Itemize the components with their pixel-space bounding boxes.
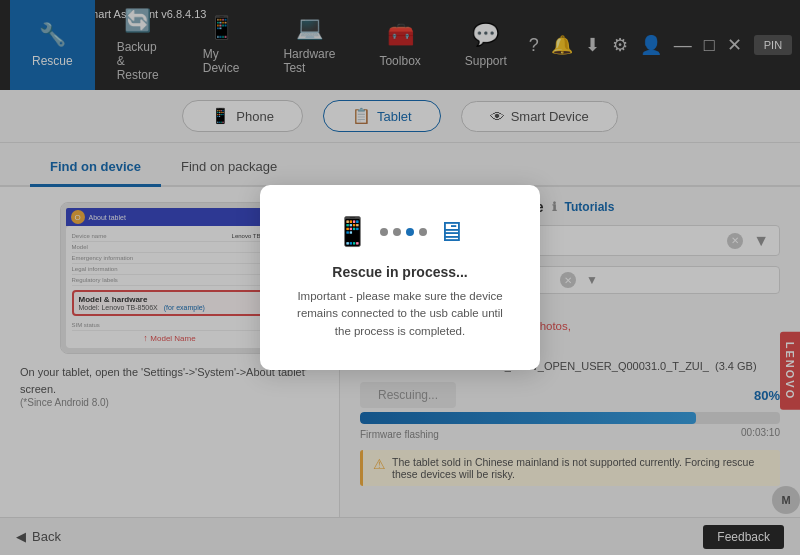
modal-overlay: 📱 🖥 Rescue in process... Important - ple…	[0, 0, 800, 555]
modal-dot-4	[419, 228, 427, 236]
modal-dot-3	[406, 228, 414, 236]
modal-phone-icon: 📱	[335, 215, 370, 248]
rescue-modal: 📱 🖥 Rescue in process... Important - ple…	[260, 185, 540, 370]
modal-dot-1	[380, 228, 388, 236]
modal-dot-2	[393, 228, 401, 236]
modal-animation: 📱 🖥	[295, 215, 505, 248]
modal-screen-icon: 🖥	[437, 215, 465, 248]
modal-dots	[380, 228, 427, 236]
modal-text: Important - please make sure the device …	[295, 288, 505, 340]
modal-title: Rescue in process...	[295, 264, 505, 280]
